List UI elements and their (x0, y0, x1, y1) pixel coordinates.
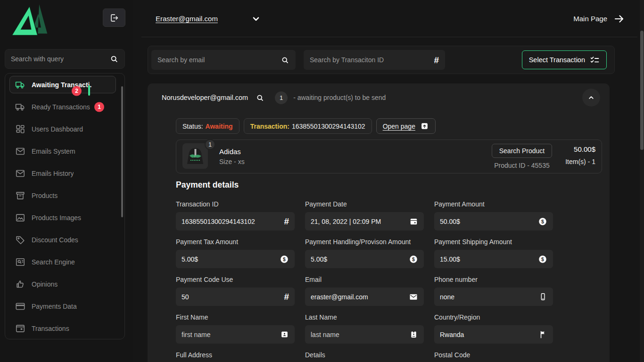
product-price: 50.00$ (574, 145, 595, 153)
field-label: Payment Date (305, 200, 424, 208)
payment-details-grid: Transaction ID 16385501300294143102 # Pa… (176, 200, 553, 362)
field-value: 50 (182, 293, 280, 301)
hash-icon: # (284, 217, 289, 226)
field-payment-tax-amount: Payment Tax Amount 5.00$ $ (176, 238, 295, 268)
sidebar-item-awaiting-transactions[interactable]: Awaiting Transacti... 2 (5, 74, 124, 96)
field-label: Last Name (305, 313, 424, 321)
open-page-button[interactable]: Open page (376, 118, 436, 134)
logout-button[interactable] (103, 8, 125, 27)
field-value: 21, 08, 2022 | 02:09 PM (311, 218, 405, 225)
product-names: Adidas Size - xs (219, 148, 245, 165)
sidebar-item-users-dashboard[interactable]: Users Dashboard (5, 118, 124, 140)
search-product-button[interactable]: Search Product (492, 144, 553, 158)
notification-badge: 2 (72, 86, 82, 96)
box-icon (15, 190, 25, 201)
customer-email: Norusdeveloper@gmail.com (162, 94, 248, 101)
app-logo-a (7, 1, 52, 40)
sidebar-item-label: Products Images (32, 214, 81, 222)
last-name-input[interactable]: last name (305, 325, 424, 344)
field-value: 5.00$ (182, 255, 276, 263)
transaction-id-input[interactable]: 16385501300294143102 # (176, 212, 295, 230)
field-label: Full Address (176, 351, 295, 359)
collapse-card-button[interactable] (582, 89, 600, 107)
search-icon (281, 56, 289, 65)
payment-date-input[interactable]: 21, 08, 2022 | 02:09 PM (305, 212, 424, 230)
hash-icon: # (434, 56, 439, 65)
search-by-email (151, 50, 296, 70)
payment-code-use-input[interactable]: 50 # (176, 288, 295, 306)
sidebar-item-label: Products (32, 192, 58, 199)
sidebar-item-products[interactable]: Products (5, 184, 124, 206)
field-value: Rwanda (440, 331, 535, 338)
field-payment-date: Payment Date 21, 08, 2022 | 02:09 PM (305, 200, 424, 230)
sidebar-menu: Awaiting Transacti... 2 Ready Transactio… (5, 73, 125, 339)
sidebar-item-label: Search Engine (32, 258, 75, 266)
smartphone-icon (538, 292, 547, 301)
sidebar-item-products-images[interactable]: Products Images (5, 206, 124, 229)
phone-number-input[interactable]: none (434, 288, 553, 306)
svg-text:$: $ (541, 219, 544, 224)
mail-icon (15, 146, 25, 156)
open-page-icon (420, 122, 429, 131)
product-qty-badge: 1 (205, 139, 215, 150)
sidebar-item-label: Transactions (32, 325, 69, 332)
field-value: none (440, 293, 535, 301)
search-icon[interactable] (256, 93, 264, 102)
search-card-icon (15, 257, 25, 267)
sidebar-scrollbar[interactable] (121, 86, 123, 217)
transaction-label: Transaction: (250, 123, 289, 130)
truck-icon (15, 80, 25, 90)
payment-shipping-input[interactable]: 15.00$ $ (434, 250, 553, 268)
tag-icon (15, 235, 25, 245)
active-indicator (88, 85, 90, 96)
field-label: Payment Handling/Provison Amount (305, 238, 424, 246)
product-thumbnail[interactable]: 1 (182, 143, 209, 170)
transactions-toolbar: # Select Transaction (148, 46, 615, 74)
search-by-transaction-id-input[interactable] (310, 56, 434, 64)
field-last-name: Last Name last name (305, 313, 424, 344)
field-value: first name (182, 331, 276, 338)
sidebar-item-search-engine[interactable]: Search Engine (5, 251, 124, 273)
payment-amount-input[interactable]: 50.00$ $ (434, 212, 553, 230)
page-scrollbar[interactable] (640, 0, 644, 362)
status-value: Awaiting (206, 123, 233, 130)
main-page-link[interactable]: Main Page (573, 13, 625, 25)
page-scrollbar-thumb[interactable] (640, 31, 644, 150)
main-page-label: Main Page (573, 15, 607, 23)
product-size: Size - xs (219, 158, 245, 165)
field-value: last name (311, 331, 405, 338)
select-transaction-label: Select Transaction (529, 56, 585, 64)
receipt-icon (15, 323, 25, 334)
sidebar: Awaiting Transacti... 2 Ready Transactio… (0, 0, 133, 362)
account-email-link[interactable]: Eraster@gmail.com (156, 15, 218, 23)
sidebar-item-opinions[interactable]: Opinions (5, 273, 124, 295)
sidebar-item-payments-data[interactable]: Payments Data (5, 295, 124, 317)
payment-tax-input[interactable]: 5.00$ $ (176, 250, 295, 268)
transaction-card-header: Norusdeveloper@gmail.com 1 - awaiting pr… (148, 83, 610, 106)
calendar-icon (409, 217, 418, 226)
search-by-email-input[interactable] (157, 56, 281, 64)
first-name-input[interactable]: first name (176, 325, 295, 344)
sidebar-item-transactions[interactable]: Transactions (5, 317, 124, 339)
country-region-input[interactable]: Rwanda (434, 325, 553, 344)
sidebar-item-emails-history[interactable]: Emails History (5, 162, 124, 184)
sidebar-item-emails-system[interactable]: Emails System (5, 140, 124, 162)
field-first-name: First Name first name (176, 313, 295, 344)
sidebar-search-input[interactable] (11, 55, 109, 63)
transaction-id-value: 16385501300294143102 (292, 123, 365, 130)
awaiting-count-badge: 1 (275, 91, 288, 104)
chevron-down-icon[interactable] (251, 14, 261, 24)
select-transaction-button[interactable]: Select Transaction (522, 50, 607, 69)
sidebar-item-label: Emails History (32, 170, 74, 177)
id-badge-icon (409, 330, 418, 339)
product-items-count: Item(s) - 1 (565, 158, 595, 165)
sidebar-item-discount-codes[interactable]: Discount Codes (5, 229, 124, 251)
sidebar-item-ready-transactions[interactable]: Ready Transactions 1 (5, 96, 124, 118)
sidebar-item-label: Awaiting Transacti... (32, 81, 92, 89)
transaction-id-chip: Transaction: 16385501300294143102 (244, 118, 372, 134)
email-input[interactable]: eraster@gmail.com (305, 288, 424, 306)
payment-handling-input[interactable]: 5.00$ $ (305, 250, 424, 268)
search-icon (109, 54, 119, 64)
field-label: Payment Code Use (176, 276, 295, 284)
sidebar-item-label: Opinions (32, 280, 58, 288)
